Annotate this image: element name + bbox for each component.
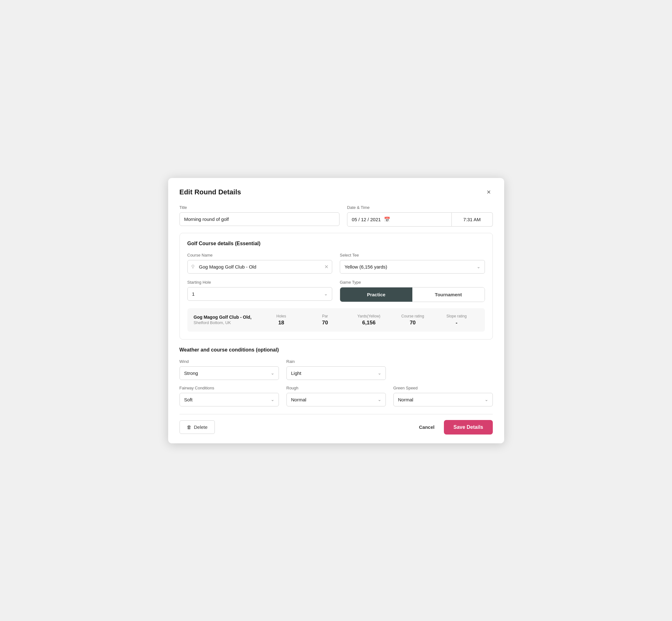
green-speed-label: Green Speed — [393, 385, 493, 390]
course-name-label: Course Name — [187, 253, 333, 257]
modal-footer: 🗑 Delete Cancel Save Details — [179, 414, 493, 434]
modal-header: Edit Round Details × — [179, 188, 493, 196]
wind-rain-row: Wind Strong ⌄ Rain Light ⌄ — [179, 359, 493, 380]
rough-group: Rough Normal ⌄ — [287, 385, 386, 406]
search-icon: ⚲ — [191, 264, 195, 270]
course-rating-stat: Course rating 70 — [391, 314, 435, 326]
starting-hole-label: Starting Hole — [187, 280, 333, 285]
slope-rating-stat: Slope rating - — [435, 314, 478, 326]
title-datetime-row: Title Date & Time 05 / 12 / 2021 📅 7:31 … — [179, 205, 493, 226]
select-tee-group: Select Tee Yellow (6,156 yards) ⌄ — [340, 253, 485, 274]
course-name-input[interactable] — [187, 260, 333, 274]
cancel-button[interactable]: Cancel — [416, 421, 437, 433]
course-info-location: Shelford Bottom, UK — [194, 320, 259, 325]
calendar-icon: 📅 — [384, 216, 390, 222]
title-input[interactable] — [179, 212, 340, 226]
course-info-box: Gog Magog Golf Club - Old, Shelford Bott… — [187, 308, 485, 332]
title-label: Title — [179, 205, 340, 210]
golf-course-title: Golf Course details (Essential) — [187, 241, 485, 246]
starting-hole-wrap: 1 ⌄ — [187, 287, 333, 301]
holes-label: Holes — [277, 314, 286, 318]
course-tee-row: Course Name ⚲ ✕ Select Tee Yellow (6,156… — [187, 253, 485, 274]
date-field[interactable]: 05 / 12 / 2021 📅 — [347, 212, 452, 226]
game-type-label: Game Type — [340, 280, 485, 285]
save-button[interactable]: Save Details — [444, 420, 493, 434]
delete-button[interactable]: 🗑 Delete — [179, 420, 215, 434]
par-label: Par — [322, 314, 328, 318]
edit-round-modal: Edit Round Details × Title Date & Time 0… — [168, 178, 504, 443]
green-speed-select-wrap: Normal ⌄ — [393, 393, 493, 406]
green-speed-group: Green Speed Normal ⌄ — [393, 385, 493, 406]
date-value: 05 / 12 / 2021 — [352, 217, 381, 222]
trash-icon: 🗑 — [187, 424, 192, 430]
clear-icon[interactable]: ✕ — [324, 264, 328, 270]
starting-hole-dropdown[interactable]: 1 — [187, 287, 333, 301]
course-info-name: Gog Magog Golf Club - Old, — [194, 315, 259, 320]
holes-value: 18 — [278, 320, 284, 326]
starting-hole-group: Starting Hole 1 ⌄ — [187, 280, 333, 302]
wind-group: Wind Strong ⌄ — [179, 359, 279, 380]
modal-title: Edit Round Details — [179, 188, 241, 196]
fairway-select-wrap: Soft ⌄ — [179, 393, 279, 406]
game-type-toggle: Practice Tournament — [340, 287, 485, 302]
course-info-name-block: Gog Magog Golf Club - Old, Shelford Bott… — [194, 315, 259, 325]
slope-rating-value: - — [456, 320, 458, 326]
fairway-dropdown[interactable]: Soft — [179, 393, 279, 406]
fairway-rough-green-row: Fairway Conditions Soft ⌄ Rough Normal ⌄ — [179, 385, 493, 406]
fairway-group: Fairway Conditions Soft ⌄ — [179, 385, 279, 406]
select-tee-label: Select Tee — [340, 253, 485, 257]
rough-label: Rough — [287, 385, 386, 390]
fairway-label: Fairway Conditions — [179, 385, 279, 390]
rough-select-wrap: Normal ⌄ — [287, 393, 386, 406]
weather-title: Weather and course conditions (optional) — [179, 347, 493, 353]
game-type-group: Game Type Practice Tournament — [340, 280, 485, 302]
rain-select-wrap: Light ⌄ — [287, 366, 386, 380]
course-rating-label: Course rating — [401, 314, 424, 318]
select-tee-wrap: Yellow (6,156 yards) ⌄ — [340, 260, 485, 274]
hole-gametype-row: Starting Hole 1 ⌄ Game Type Practice Tou… — [187, 280, 485, 302]
footer-right: Cancel Save Details — [416, 420, 493, 434]
course-name-group: Course Name ⚲ ✕ — [187, 253, 333, 274]
yards-stat: Yards(Yellow) 6,156 — [347, 314, 391, 326]
slope-rating-label: Slope rating — [447, 314, 467, 318]
time-field[interactable]: 7:31 AM — [452, 212, 493, 226]
weather-section: Weather and course conditions (optional)… — [179, 347, 493, 406]
datetime-group: Date & Time 05 / 12 / 2021 📅 7:31 AM — [347, 205, 493, 226]
rain-label: Rain — [287, 359, 386, 364]
date-time-fields: 05 / 12 / 2021 📅 7:31 AM — [347, 212, 493, 226]
rough-dropdown[interactable]: Normal — [287, 393, 386, 406]
rain-dropdown[interactable]: Light — [287, 366, 386, 380]
par-value: 70 — [322, 320, 328, 326]
green-speed-dropdown[interactable]: Normal — [393, 393, 493, 406]
wind-select-wrap: Strong ⌄ — [179, 366, 279, 380]
datetime-label: Date & Time — [347, 205, 493, 210]
close-button[interactable]: × — [485, 188, 493, 196]
holes-stat: Holes 18 — [259, 314, 303, 326]
course-name-search-wrap: ⚲ ✕ — [187, 260, 333, 274]
yards-label: Yards(Yellow) — [358, 314, 380, 318]
golf-course-section: Golf Course details (Essential) Course N… — [179, 233, 493, 339]
time-value: 7:31 AM — [463, 217, 480, 222]
wind-dropdown[interactable]: Strong — [179, 366, 279, 380]
rain-group: Rain Light ⌄ — [287, 359, 386, 380]
course-rating-value: 70 — [410, 320, 416, 326]
delete-label: Delete — [194, 424, 208, 430]
par-stat: Par 70 — [303, 314, 347, 326]
practice-button[interactable]: Practice — [340, 287, 412, 302]
title-group: Title — [179, 205, 340, 226]
yards-value: 6,156 — [362, 320, 376, 326]
wind-label: Wind — [179, 359, 279, 364]
select-tee-dropdown[interactable]: Yellow (6,156 yards) — [340, 260, 485, 274]
tournament-button[interactable]: Tournament — [412, 287, 485, 302]
